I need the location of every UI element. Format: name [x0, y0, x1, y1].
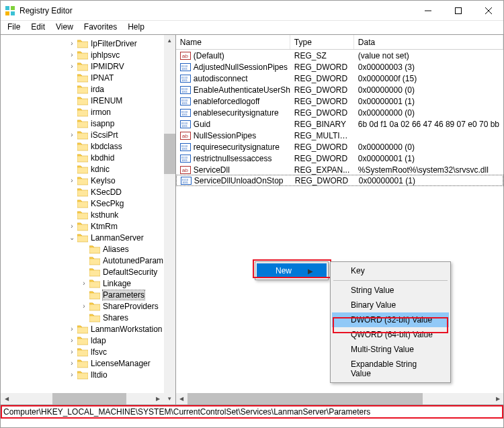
context-item[interactable]: Key: [332, 263, 449, 278]
menu-favorites[interactable]: Favorites: [79, 21, 122, 34]
value-row[interactable]: 01101001AdjustedNullSessionPipesREG_DWOR…: [176, 61, 503, 73]
tree-scrollbar-horizontal[interactable]: ◀ ▶: [1, 393, 164, 404]
value-row[interactable]: 01101001EnableAuthenticateUserSha...REG_…: [176, 84, 503, 95]
scroll-up-icon[interactable]: ▲: [164, 35, 175, 46]
tree-item[interactable]: ksthunk: [1, 209, 164, 220]
svg-rect-5: [455, 7, 461, 13]
tree-item[interactable]: ›KtmRm: [1, 220, 164, 232]
expand-icon[interactable]: ›: [68, 51, 76, 58]
scroll-down-icon[interactable]: ▼: [164, 393, 175, 404]
tree-item-label: IRENUM: [91, 96, 122, 105]
value-row[interactable]: 01101001GuidREG_BINARY6b 0d f1 0a 02 66 …: [176, 118, 503, 130]
scroll-left-icon[interactable]: ◀: [176, 393, 187, 404]
menu-help[interactable]: Help: [122, 21, 150, 34]
maximize-button[interactable]: [443, 1, 473, 21]
value-row[interactable]: abNullSessionPipesREG_MULTI_...: [176, 130, 503, 141]
tree-scrollbar-vertical[interactable]: ▲ ▼: [164, 35, 175, 404]
menu-view[interactable]: View: [50, 21, 79, 34]
expand-icon[interactable]: ›: [68, 222, 76, 230]
column-type[interactable]: Type: [290, 35, 354, 49]
tree-item[interactable]: ›lfsvc: [1, 346, 164, 357]
expand-icon[interactable]: ›: [68, 62, 76, 70]
value-row[interactable]: abServiceDllREG_EXPAN...%SystemRoot%\sys…: [176, 164, 503, 175]
tree-item-label: ksthunk: [91, 210, 118, 220]
value-row[interactable]: 01101001enableforcedlogoffREG_DWORD0x000…: [176, 95, 503, 107]
context-item[interactable]: DWORD (32-bit) Value: [332, 312, 449, 327]
expand-icon[interactable]: ›: [68, 177, 76, 184]
scroll-left-icon[interactable]: ◀: [1, 393, 12, 404]
context-item[interactable]: QWORD (64-bit) Value: [332, 327, 449, 342]
tree-item[interactable]: IPNAT: [1, 72, 164, 83]
context-item-new[interactable]: New ▶: [257, 263, 327, 278]
tree-item[interactable]: Parameters: [1, 289, 164, 300]
column-data[interactable]: Data: [354, 35, 503, 49]
expand-icon[interactable]: ⌄: [68, 234, 76, 241]
column-name[interactable]: Name: [176, 35, 290, 49]
value-type-cell: REG_MULTI_...: [290, 131, 354, 140]
tree-item[interactable]: ›iphlpsvc: [1, 49, 164, 60]
value-row[interactable]: ab(Default)REG_SZ(value not set): [176, 50, 503, 61]
context-item[interactable]: Multi-String Value: [332, 342, 449, 357]
context-item-label: String Value: [351, 286, 394, 295]
tree-item[interactable]: ›ShareProviders: [1, 300, 164, 312]
value-row[interactable]: 01101001autodisconnectREG_DWORD0x0000000…: [176, 73, 503, 84]
value-row[interactable]: 01101001ServiceDllUnloadOnStopREG_DWORD0…: [176, 175, 503, 186]
tree-item[interactable]: ⌄LanmanServer: [1, 232, 164, 243]
context-submenu-new[interactable]: KeyString ValueBinary ValueDWORD (32-bit…: [330, 261, 451, 383]
tree-item[interactable]: ›LanmanWorkstation: [1, 323, 164, 335]
value-row[interactable]: 01101001restrictnullsessaccessREG_DWORD0…: [176, 153, 503, 164]
value-type-cell: REG_DWORD: [290, 108, 354, 118]
tree-item[interactable]: DefaultSecurity: [1, 266, 164, 277]
value-name-cell: 01101001enablesecuritysignature: [176, 108, 290, 118]
tree-item[interactable]: kdnic: [1, 163, 164, 175]
scroll-right-icon[interactable]: ▶: [153, 393, 164, 404]
close-button[interactable]: [473, 1, 503, 21]
values-scrollbar-horizontal[interactable]: ◀ ▶: [176, 393, 503, 404]
expand-icon[interactable]: ›: [68, 337, 76, 344]
tree-item[interactable]: kbdclass: [1, 140, 164, 152]
tree-item-label: DefaultSecurity: [103, 267, 157, 277]
tree-item[interactable]: isapnp: [1, 118, 164, 129]
scroll-right-icon[interactable]: ▶: [492, 393, 503, 404]
tree-item[interactable]: ›IPMIDRV: [1, 60, 164, 72]
tree-view[interactable]: ›IpFilterDriver›iphlpsvc›IPMIDRVIPNATird…: [1, 35, 164, 393]
tree-item[interactable]: AutotunedParam: [1, 255, 164, 266]
tree-item[interactable]: KSecDD: [1, 186, 164, 198]
value-data-cell: 0x00000001 (1): [355, 176, 503, 185]
tree-item[interactable]: IRENUM: [1, 95, 164, 106]
context-item[interactable]: String Value: [332, 283, 449, 298]
minimize-button[interactable]: [413, 1, 443, 21]
tree-item[interactable]: Shares: [1, 312, 164, 323]
tree-item[interactable]: ›Linkage: [1, 277, 164, 289]
tree-item[interactable]: ›LicenseManager: [1, 357, 164, 369]
tree-item[interactable]: kbdhid: [1, 152, 164, 163]
value-row[interactable]: 01101001enablesecuritysignatureREG_DWORD…: [176, 107, 503, 118]
value-row[interactable]: 01101001requiresecuritysignatureREG_DWOR…: [176, 141, 503, 153]
tree-item[interactable]: ›iScsiPrt: [1, 129, 164, 140]
expand-icon[interactable]: ›: [68, 348, 76, 355]
expand-icon[interactable]: ›: [68, 371, 76, 378]
tree-item[interactable]: ›ldap: [1, 335, 164, 346]
context-item[interactable]: Binary Value: [332, 298, 449, 312]
expand-icon[interactable]: ›: [80, 302, 88, 310]
maximize-icon: [455, 7, 462, 14]
expand-icon[interactable]: ›: [68, 40, 76, 47]
context-item-new-label: New: [276, 266, 292, 275]
tree-item[interactable]: ›KeyIso: [1, 175, 164, 186]
expand-icon[interactable]: ›: [80, 280, 88, 287]
context-item[interactable]: Expandable String Value: [332, 357, 449, 381]
tree-item[interactable]: irda: [1, 83, 164, 95]
tree-item[interactable]: KSecPkg: [1, 198, 164, 209]
menu-edit[interactable]: Edit: [26, 21, 50, 34]
tree-item[interactable]: Aliases: [1, 243, 164, 255]
tree-item[interactable]: ›lltdio: [1, 369, 164, 380]
value-data-cell: 0x00000001 (1): [354, 97, 503, 106]
tree-item-label: isapnp: [91, 119, 114, 128]
expand-icon[interactable]: ›: [68, 131, 76, 138]
tree-item[interactable]: irmon: [1, 106, 164, 118]
context-menu-new[interactable]: New ▶: [255, 261, 329, 280]
tree-item[interactable]: ›IpFilterDriver: [1, 38, 164, 49]
expand-icon[interactable]: ›: [68, 325, 76, 333]
menu-file[interactable]: File: [2, 21, 26, 34]
expand-icon[interactable]: ›: [68, 359, 76, 367]
